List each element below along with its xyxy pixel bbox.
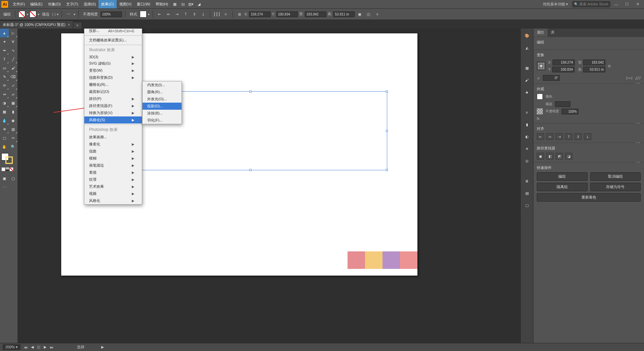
window-maximize[interactable]: ☐ — [622, 1, 632, 7]
artboard-tool[interactable]: ▢ — [0, 134, 9, 142]
menu-brush-strokes[interactable]: 画笔描边▶ — [84, 162, 142, 169]
dock-artboards-icon[interactable]: ▢ — [523, 201, 531, 210]
zoom-level[interactable]: 200% ▾ — [3, 344, 21, 350]
magic-wand-tool[interactable]: ✶ — [0, 37, 9, 46]
menu-object[interactable]: 对象(O) — [45, 0, 64, 8]
menu-view[interactable]: 视图(V) — [117, 0, 134, 8]
dock-appearance-icon[interactable]: ☀ — [523, 144, 531, 153]
shaper-tool[interactable]: ✎ — [0, 72, 9, 81]
menu-3d[interactable]: 3D(3)▶ — [84, 54, 142, 60]
dock-transparency-icon[interactable]: ◐ — [523, 132, 531, 141]
menu-type[interactable]: 文字(T) — [64, 0, 81, 8]
close-icon[interactable]: ✕ — [76, 24, 79, 27]
edit-contents-icon[interactable]: ◫ — [365, 10, 372, 18]
opacity-input[interactable] — [100, 11, 122, 17]
toolbar-gpu-icon[interactable]: ◢ — [195, 0, 203, 8]
menu-distort-transform[interactable]: 扭曲和变换(D)▶ — [84, 74, 142, 81]
menu-help[interactable]: 帮助(H) — [153, 0, 171, 8]
width-tool[interactable]: ⇔ — [0, 90, 9, 99]
menu-texture[interactable]: 纹理▶ — [84, 176, 142, 183]
panel-y-input[interactable] — [552, 67, 574, 72]
menu-svg-filters[interactable]: SVG 滤镜(G)▶ — [84, 60, 142, 67]
scale-tool[interactable]: ⤢ — [9, 81, 17, 90]
dock-color-icon[interactable]: 🎨 — [523, 31, 531, 40]
submenu-feather[interactable]: 羽化(F)... — [143, 117, 182, 124]
btn-recolor[interactable]: 重新着色 — [537, 193, 641, 202]
eyedropper-tool[interactable]: 💧 — [0, 116, 9, 125]
distribute-h-icon[interactable]: ┇┇┇ — [213, 10, 221, 18]
zoom-tool[interactable]: 🔍 — [9, 142, 17, 151]
dock-brushes-icon[interactable]: 🖌 — [523, 76, 531, 84]
menu-effect-gallery[interactable]: 效果画廊... — [84, 134, 142, 141]
menu-file[interactable]: 文件(F) — [10, 0, 28, 8]
free-transform-tool[interactable]: ▱ — [9, 90, 17, 99]
panel-opacity-input[interactable] — [562, 109, 578, 114]
h-input[interactable] — [333, 11, 355, 17]
menu-stylize-ps[interactable]: 风格化▶ — [84, 197, 142, 204]
menu-distort-ps[interactable]: 扭曲▶ — [84, 148, 142, 155]
window-minimize[interactable]: — — [611, 1, 621, 7]
shape-builder-tool[interactable]: ◑ — [0, 99, 9, 107]
menu-select[interactable]: 选择(S) — [81, 0, 99, 8]
menu-path[interactable]: 路径(P)▶ — [84, 95, 142, 102]
lasso-tool[interactable]: Ɐ — [9, 37, 17, 46]
btn-group[interactable]: 编组 — [537, 172, 588, 181]
gradient-tool[interactable]: ▮ — [9, 107, 17, 116]
document-tab[interactable]: 未标题-1* @ 100% (CMYK/GPU 预览)✕ — [0, 21, 73, 29]
nav-last-icon[interactable]: ⏭ — [50, 345, 53, 349]
panel-h-input[interactable] — [583, 67, 605, 72]
menu-blur[interactable]: 模糊▶ — [84, 155, 142, 162]
x-input[interactable] — [249, 11, 271, 17]
align-top-icon[interactable]: ⤒ — [182, 10, 190, 18]
btn-symbol[interactable]: 存储为符号 — [590, 183, 641, 191]
panel-w-input[interactable] — [583, 60, 605, 65]
selection-tool[interactable]: ▲ — [0, 29, 9, 37]
menu-rasterize[interactable]: 栅格化(R)... — [84, 81, 142, 88]
nav-next-icon[interactable]: ▶ — [44, 345, 46, 349]
nav-first-icon[interactable]: ⏮ — [24, 345, 28, 349]
fill-stroke-control[interactable] — [0, 151, 17, 174]
dock-assets-icon[interactable]: ▤ — [523, 189, 531, 198]
y-input[interactable] — [276, 11, 298, 17]
menu-edit[interactable]: 编辑(E) — [28, 0, 45, 8]
direct-selection-tool[interactable]: ▷ — [9, 29, 17, 37]
toolbar-arrange-icon[interactable]: ▥▾ — [187, 0, 195, 8]
flip-v-icon[interactable]: △▽ — [635, 76, 641, 80]
hand-tool[interactable]: ✋ — [0, 142, 9, 151]
section-menu-icon[interactable]: ⋯ — [636, 140, 641, 145]
menu-convert-shape[interactable]: 转换为形状(V)▶ — [84, 109, 142, 116]
screen-mode-normal[interactable]: ▣ — [0, 174, 9, 183]
brush-def-icon[interactable]: 〰 — [65, 10, 72, 18]
dock-symbols-icon[interactable]: ♣ — [523, 88, 531, 97]
submenu-inner-glow[interactable]: 内发光(I)... — [143, 81, 182, 89]
eraser-tool[interactable]: ⌫ — [9, 72, 17, 81]
toolbar-bridge-icon[interactable]: ▦ — [171, 0, 179, 8]
dock-styles-icon[interactable]: ◎ — [523, 156, 531, 165]
perspective-tool[interactable]: ▦ — [9, 99, 17, 107]
submenu-drop-shadow[interactable]: 投影(D)... — [143, 103, 182, 110]
window-close[interactable]: ✕ — [633, 1, 643, 7]
type-tool[interactable]: T — [0, 55, 9, 64]
isolate-icon[interactable]: ▣ — [356, 10, 363, 18]
paintbrush-tool[interactable]: 🖌 — [9, 64, 17, 72]
panel-opacity-swatch[interactable] — [537, 108, 543, 114]
link-wh-icon[interactable]: ⧉ — [608, 64, 611, 68]
edit-toolbar[interactable]: ⋯ — [0, 183, 9, 191]
dock-gradient-icon[interactable]: ▮ — [523, 120, 531, 129]
search-stock[interactable]: 🔍 搜索 Adobe Stock — [572, 1, 610, 7]
panel-x-input[interactable] — [553, 60, 575, 65]
section-menu-icon[interactable]: ⋯ — [636, 160, 641, 165]
align-left-icon[interactable]: ⇤ — [156, 10, 163, 18]
panel-stroke-swatch[interactable] — [537, 101, 543, 107]
submenu-outer-glow[interactable]: 外发光(O)... — [143, 96, 182, 103]
dock-colorguide-icon[interactable]: ◭ — [523, 43, 531, 52]
pathfinder-unite[interactable]: ◼ — [537, 153, 544, 160]
rotate-tool[interactable]: ⟳ — [0, 81, 9, 90]
dock-stroke-icon[interactable]: ≡ — [523, 108, 531, 117]
pathfinder-intersect[interactable]: ◩ — [556, 153, 563, 160]
transform-panel-icon[interactable]: ⊞ — [236, 10, 243, 18]
curvature-tool[interactable]: ∿ — [9, 46, 17, 55]
status-play-icon[interactable]: ▶ — [101, 345, 104, 349]
pathfinder-exclude[interactable]: ◪ — [565, 153, 572, 160]
nav-prev-icon[interactable]: ◀ — [31, 345, 34, 349]
